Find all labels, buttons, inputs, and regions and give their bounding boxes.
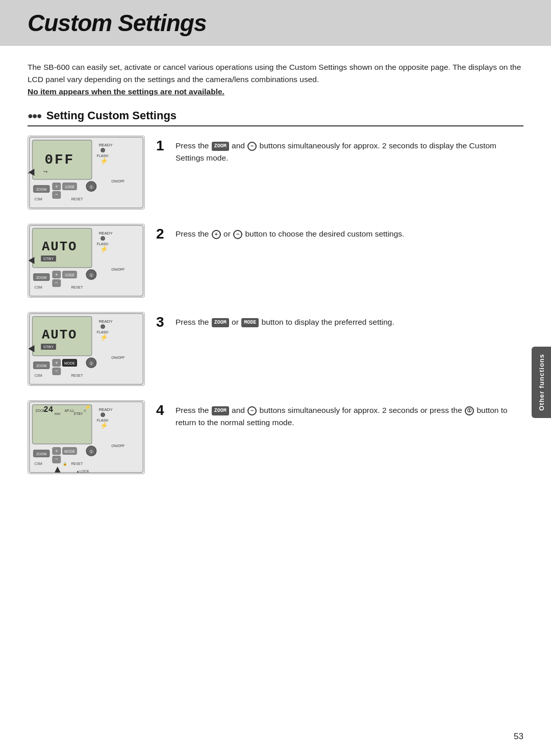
svg-text:CSM: CSM <box>34 374 42 377</box>
svg-text:+: + <box>55 272 58 277</box>
svg-text:+: + <box>55 184 58 189</box>
svg-text:+: + <box>55 448 58 454</box>
svg-text:mm: mm <box>55 412 61 415</box>
step-2-camera-image: AUTO STBY READY FLASH ⚡ ON/OFF ZOOM + 1O… <box>28 224 145 298</box>
step-1-text: 1 Press the ZOOM and − buttons simultane… <box>156 136 523 164</box>
svg-text:①: ① <box>89 449 93 454</box>
step-2-svg: AUTO STBY READY FLASH ⚡ ON/OFF ZOOM + 1O… <box>28 224 144 297</box>
svg-text:CSM: CSM <box>34 462 42 465</box>
svg-text:①: ① <box>89 185 93 190</box>
svg-text:+: + <box>55 360 58 366</box>
step-3-svg: AUTO STBY READY FLASH ⚡ ON/OFF ZOOM + MO… <box>28 312 144 385</box>
step-4-text: 4 Press the ZOOM and − buttons simultane… <box>156 400 523 429</box>
svg-text:MODE: MODE <box>64 361 75 365</box>
section-heading: ●●● Setting Custom Settings <box>28 109 523 126</box>
intro-paragraph: The SB-600 can easily set, activate or c… <box>28 61 523 98</box>
minus-btn-inline-4: − <box>247 406 257 415</box>
step-4-camera-image: ZOOM 24 mm AP-LL STBY ☼ ⚡ READY FLASH <box>28 400 145 474</box>
step-1-svg: 0FF ↪ READY FLASH ⚡ ON/OFF ZOOM <box>28 136 144 209</box>
mode-btn-inline: MODE <box>241 318 259 327</box>
svg-text:−: − <box>55 192 58 197</box>
svg-text:1ODE: 1ODE <box>65 185 74 189</box>
step-4-number: 4 <box>156 403 170 418</box>
side-tab-label: Other functions <box>538 354 545 411</box>
step-2-desc: Press the + or − button to choose the de… <box>176 228 404 240</box>
page-title: Custom Settings <box>28 9 523 37</box>
svg-text:RESET: RESET <box>71 374 83 377</box>
svg-point-51 <box>101 325 105 329</box>
step-2-number: 2 <box>156 227 170 241</box>
step-3-row: AUTO STBY READY FLASH ⚡ ON/OFF ZOOM + MO… <box>28 312 523 386</box>
step-1-arrow: ► <box>28 167 31 178</box>
svg-text:STBY: STBY <box>43 345 54 349</box>
svg-text:READY: READY <box>99 319 113 324</box>
svg-text:1ODE: 1ODE <box>65 273 74 277</box>
svg-text:READY: READY <box>99 143 113 147</box>
steps-container: ► 0FF ↪ READY FLASH <box>28 136 523 488</box>
svg-text:ON/OFF: ON/OFF <box>111 444 124 448</box>
svg-text:AUTO: AUTO <box>42 240 77 254</box>
svg-text:ZOOM: ZOOM <box>36 364 47 368</box>
step-3-desc: Press the ZOOM or MODE button to display… <box>176 316 394 328</box>
svg-text:READY: READY <box>99 231 113 236</box>
svg-text:−: − <box>55 368 58 374</box>
svg-text:CSM: CSM <box>34 197 42 201</box>
svg-text:CSM: CSM <box>34 285 42 289</box>
svg-point-5 <box>101 148 105 152</box>
step-2-row: AUTO STBY READY FLASH ⚡ ON/OFF ZOOM + 1O… <box>28 224 523 298</box>
svg-text:🔒: 🔒 <box>63 461 67 466</box>
svg-text:⚡: ⚡ <box>100 333 108 342</box>
svg-text:ZOOM: ZOOM <box>36 188 47 191</box>
main-content: The SB-600 can easily set, activate or c… <box>0 61 551 488</box>
section-icon: ●●● <box>28 111 41 121</box>
page-number: 53 <box>514 732 523 742</box>
svg-text:RESET: RESET <box>71 285 83 289</box>
zoom-btn-inline-4: ZOOM <box>212 406 229 415</box>
svg-text:⚡: ⚡ <box>100 245 108 253</box>
svg-text:ZOOM: ZOOM <box>36 276 47 279</box>
svg-text:STBY: STBY <box>73 412 83 415</box>
step-4-svg: ZOOM 24 mm AP-LL STBY ☼ ⚡ READY FLASH <box>28 401 144 474</box>
svg-text:AP-LL: AP-LL <box>65 409 74 412</box>
step-1-number: 1 <box>156 139 170 153</box>
svg-text:RESET: RESET <box>71 197 83 201</box>
plus-btn-inline: + <box>212 230 221 239</box>
side-tab: Other functions <box>532 347 551 418</box>
svg-text:MODE: MODE <box>64 450 75 453</box>
svg-text:⚡: ⚡ <box>100 422 108 430</box>
step-3-number: 3 <box>156 315 170 329</box>
step-4-desc: Press the ZOOM and − buttons simultaneou… <box>176 404 523 429</box>
svg-text:ZOOM: ZOOM <box>36 452 47 456</box>
step-3-text: 3 Press the ZOOM or MODE button to displ… <box>156 312 523 329</box>
step-1-camera-image: ► 0FF ↪ READY FLASH <box>28 136 145 210</box>
svg-text:0FF: 0FF <box>44 152 74 168</box>
svg-point-28 <box>101 237 105 241</box>
step-3-camera-image: AUTO STBY READY FLASH ⚡ ON/OFF ZOOM + MO… <box>28 312 145 386</box>
zoom-btn-inline: ZOOM <box>212 142 229 151</box>
intro-text: The SB-600 can easily set, activate or c… <box>28 63 521 84</box>
svg-text:24: 24 <box>43 405 53 414</box>
intro-warning: No item appears when the settings are no… <box>28 87 224 96</box>
step-1-row: ► 0FF ↪ READY FLASH <box>28 136 523 210</box>
svg-text:▲LOCK: ▲LOCK <box>76 470 89 473</box>
svg-text:ON/OFF: ON/OFF <box>111 268 124 271</box>
svg-text:ON/OFF: ON/OFF <box>111 356 124 359</box>
svg-text:ON/OFF: ON/OFF <box>111 179 124 183</box>
svg-point-78 <box>101 413 105 417</box>
svg-text:①: ① <box>89 273 93 278</box>
svg-text:↪: ↪ <box>43 169 47 174</box>
svg-text:⚡: ⚡ <box>85 404 91 410</box>
step-2-text: 2 Press the + or − button to choose the … <box>156 224 523 241</box>
power-btn-inline: ① <box>465 406 474 415</box>
svg-text:STBY: STBY <box>43 256 54 261</box>
svg-text:AUTO: AUTO <box>42 328 77 343</box>
svg-text:RESET: RESET <box>71 462 83 465</box>
minus-btn-inline-2: − <box>233 230 242 239</box>
step-1-desc: Press the ZOOM and − buttons simultaneou… <box>176 140 523 164</box>
svg-text:−: − <box>55 280 58 285</box>
svg-text:−: − <box>55 456 58 462</box>
svg-text:READY: READY <box>99 407 113 412</box>
page-header: Custom Settings <box>0 0 551 46</box>
step-4-row: ZOOM 24 mm AP-LL STBY ☼ ⚡ READY FLASH <box>28 400 523 474</box>
svg-text:⚡: ⚡ <box>100 157 108 165</box>
